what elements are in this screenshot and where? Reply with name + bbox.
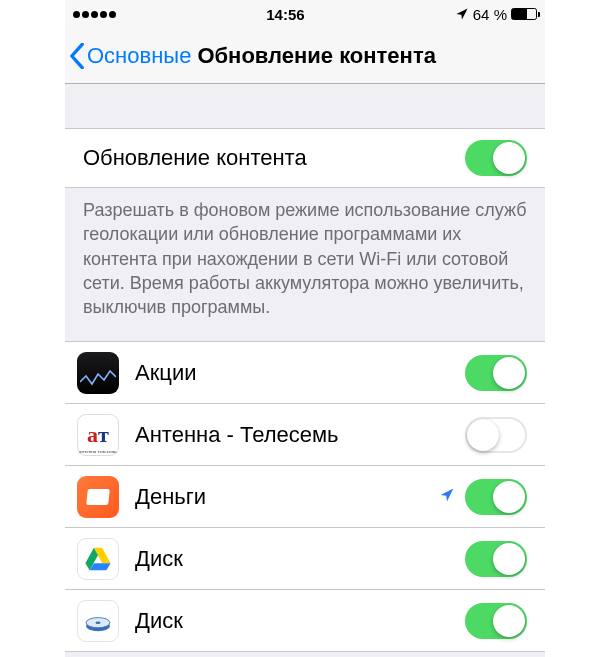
app-label: Акции [135, 360, 465, 386]
back-label: Основные [87, 43, 191, 69]
stocks-app-icon [77, 352, 119, 394]
master-toggle[interactable] [465, 140, 527, 176]
app-label: Антенна - Телесемь [135, 422, 465, 448]
app-row-idisk: Диск [65, 590, 545, 652]
money-app-icon [77, 476, 119, 518]
signal-strength-icon [73, 11, 116, 18]
nav-bar: Основные Обновление контента [65, 28, 545, 84]
master-toggle-label: Обновление контента [83, 145, 465, 171]
svg-point-2 [95, 621, 100, 624]
back-button[interactable]: Основные [69, 43, 191, 69]
google-drive-app-icon [77, 538, 119, 580]
app-label: Диск [135, 608, 465, 634]
status-time: 14:56 [266, 6, 304, 23]
battery-percent: 64 % [473, 6, 507, 23]
app-toggle[interactable] [465, 355, 527, 391]
app-toggle[interactable] [465, 479, 527, 515]
section-footer-text: Разрешать в фоновом режиме использование… [65, 188, 545, 341]
app-toggle[interactable] [465, 541, 527, 577]
app-toggle-list: Акции aтантенна телесемь Антенна - Телес… [65, 341, 545, 652]
location-indicator-icon [439, 485, 455, 508]
status-bar: 14:56 64 % [65, 0, 545, 28]
app-row-money: Деньги [65, 466, 545, 528]
disk-app-icon [77, 600, 119, 642]
location-services-icon [455, 7, 469, 21]
app-row-antenna: aтантенна телесемь Антенна - Телесемь [65, 404, 545, 466]
antenna-app-icon: aтантенна телесемь [77, 414, 119, 456]
app-label: Диск [135, 546, 465, 572]
status-right: 64 % [455, 6, 537, 23]
chevron-left-icon [69, 43, 85, 69]
app-row-stocks: Акции [65, 342, 545, 404]
battery-icon [511, 8, 537, 20]
status-left [73, 11, 116, 18]
app-label: Деньги [135, 484, 439, 510]
content-scroll[interactable]: Обновление контента Разрешать в фоновом … [65, 84, 545, 657]
settings-screen: 14:56 64 % Основные Обновление контента … [65, 0, 545, 657]
section-spacer [65, 84, 545, 128]
master-toggle-row: Обновление контента [65, 128, 545, 188]
app-toggle[interactable] [465, 603, 527, 639]
app-row-gdrive: Диск [65, 528, 545, 590]
app-toggle[interactable] [465, 417, 527, 453]
page-title: Обновление контента [197, 43, 436, 69]
